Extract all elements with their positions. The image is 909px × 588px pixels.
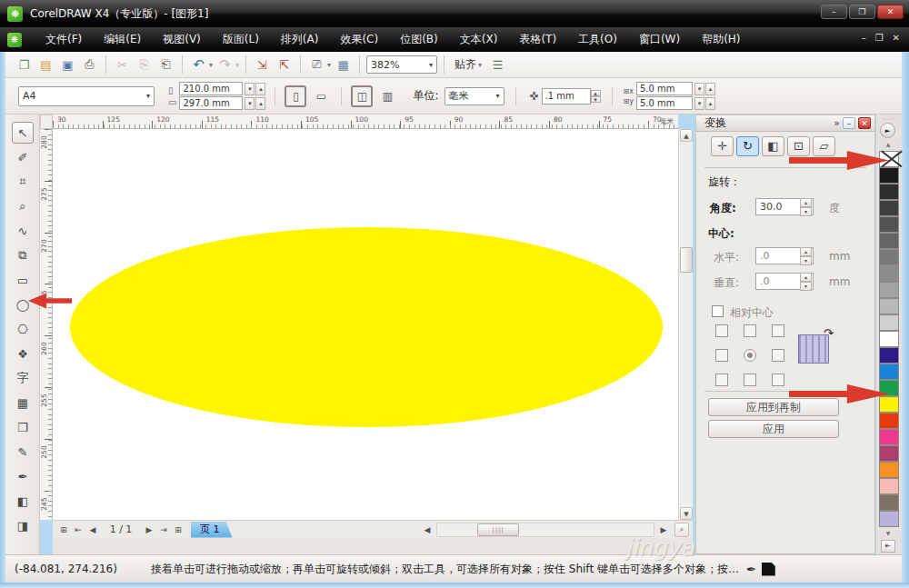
color-swatch-orange[interactable]: [879, 462, 899, 478]
redo-dropdown-icon[interactable]: ▾: [235, 61, 239, 69]
doc-minimize-button[interactable]: –: [862, 33, 866, 43]
outline-pen-tool-icon[interactable]: ✒: [12, 465, 34, 487]
vertical-spin-up[interactable]: ▴: [800, 273, 812, 282]
paper-height-field[interactable]: 297.0 mm: [179, 96, 243, 110]
menu-item-layout[interactable]: 版面(L): [212, 27, 270, 52]
anchor-checkbox[interactable]: [715, 374, 728, 386]
color-swatch-gray-50[interactable]: [879, 249, 899, 265]
color-swatch-gray-60[interactable]: [879, 233, 899, 249]
color-swatch-orange-red[interactable]: [879, 413, 899, 429]
paper-height-spin-down[interactable]: ▾: [245, 97, 255, 110]
blend-tool-icon[interactable]: ❒: [12, 416, 34, 438]
color-swatch-white[interactable]: [879, 331, 899, 347]
color-swatch-gray-30[interactable]: [879, 282, 899, 298]
add-page-icon[interactable]: ⊞: [171, 523, 185, 537]
import-icon[interactable]: ⇲: [253, 55, 272, 75]
ellipse-tool-icon[interactable]: ◯: [12, 294, 34, 315]
color-swatch-black[interactable]: [879, 167, 899, 184]
menu-item-effects[interactable]: 效果(C): [329, 27, 389, 52]
options-icon[interactable]: ☰: [488, 55, 507, 75]
next-page-icon[interactable]: ▶: [142, 523, 156, 537]
horizontal-scrollbar[interactable]: ||||: [436, 523, 654, 537]
palette-drag-handle[interactable]: ⋯⋯: [882, 115, 896, 123]
apply-button[interactable]: 应用: [708, 420, 839, 438]
anchor-center-radio[interactable]: [744, 349, 756, 362]
export-icon[interactable]: ⇱: [275, 55, 294, 75]
transform-rotate-button[interactable]: ↻: [736, 136, 759, 156]
outline-pen-status-icon[interactable]: ✒: [746, 563, 756, 576]
paper-width-spin-down[interactable]: ▾: [245, 83, 255, 95]
rectangle-tool-icon[interactable]: ▭: [12, 269, 34, 291]
new-document-icon[interactable]: ❐: [15, 55, 34, 75]
vertical-scroll-thumb[interactable]: [680, 247, 693, 273]
apply-to-duplicate-button[interactable]: 应用到再制: [708, 398, 839, 416]
paper-width-field[interactable]: 210.0 mm: [179, 82, 243, 95]
previous-page-icon[interactable]: ◀: [85, 523, 100, 537]
vertical-spinner[interactable]: ▴ ▾: [800, 273, 812, 290]
menu-item-window[interactable]: 窗口(W): [628, 27, 691, 52]
undo-icon[interactable]: ↶: [189, 55, 208, 75]
paper-height-spin-up[interactable]: ▴: [255, 97, 265, 110]
transform-skew-button[interactable]: ▱: [813, 136, 835, 156]
drawing-canvas[interactable]: [53, 129, 678, 520]
scroll-left-button[interactable]: ◀: [420, 523, 435, 537]
redo-icon[interactable]: ↷: [215, 55, 235, 75]
color-swatch-blue[interactable]: [879, 364, 899, 380]
vertical-spin-down[interactable]: ▾: [800, 282, 812, 291]
scroll-up-button[interactable]: ▲: [680, 129, 693, 142]
anchor-checkbox[interactable]: [744, 374, 756, 386]
paper-width-spin-up[interactable]: ▴: [255, 83, 265, 95]
menu-item-table[interactable]: 表格(T): [508, 27, 567, 52]
print-icon[interactable]: ⎙: [80, 55, 99, 75]
smart-fill-tool-icon[interactable]: ⧉: [12, 244, 34, 266]
basic-shapes-tool-icon[interactable]: ❖: [12, 343, 34, 364]
transform-size-button[interactable]: ⊡: [787, 136, 810, 156]
menu-item-view[interactable]: 视图(V): [152, 27, 212, 52]
nudge-spin-up[interactable]: ▴: [591, 90, 601, 96]
color-swatch-gray-70[interactable]: [879, 216, 899, 233]
color-swatch-yellow[interactable]: [879, 396, 899, 413]
portrait-button[interactable]: ▯: [285, 85, 306, 107]
anchor-checkbox[interactable]: [772, 374, 784, 386]
first-page-icon[interactable]: ⇤: [71, 523, 85, 537]
dup-y-spin-down[interactable]: ▾: [694, 97, 704, 110]
color-swatch-gray-80[interactable]: [879, 200, 899, 216]
duplicate-distance-x-field[interactable]: 5.0 mm: [636, 82, 693, 95]
crop-tool-icon[interactable]: ⌗: [12, 171, 34, 193]
anchor-checkbox[interactable]: [772, 324, 784, 337]
vertical-scrollbar[interactable]: ▲ ▼: [678, 129, 693, 520]
fill-color-status-icon[interactable]: [762, 563, 775, 576]
menu-item-tools[interactable]: 工具(O): [567, 27, 628, 52]
snap-to-dropdown[interactable]: 贴齐 ▾: [451, 57, 485, 73]
ruler-origin-button[interactable]: [40, 115, 53, 129]
doc-restore-button[interactable]: ❐: [875, 33, 884, 43]
dup-x-spin-up[interactable]: ▴: [705, 83, 715, 95]
color-swatch-gray-10[interactable]: [879, 314, 899, 331]
duplicate-distance-y-field[interactable]: 5.0 mm: [636, 96, 693, 110]
anchor-checkbox[interactable]: [715, 324, 728, 337]
palette-expand-icon[interactable]: ⇤: [881, 540, 895, 553]
dup-x-spin-down[interactable]: ▾: [694, 83, 704, 95]
restore-button[interactable]: ❐: [849, 5, 875, 19]
color-swatch-gray-20[interactable]: [879, 298, 899, 314]
dup-y-spin-up[interactable]: ▴: [705, 97, 715, 110]
nudge-offset-field[interactable]: .1 mm: [542, 88, 591, 105]
freehand-tool-icon[interactable]: ∿: [12, 220, 34, 242]
launcher-dropdown-icon[interactable]: ▾: [327, 61, 331, 69]
horizontal-spin-down[interactable]: ▾: [800, 256, 812, 265]
anchor-checkbox[interactable]: [715, 349, 728, 362]
color-swatch-gray-40[interactable]: [879, 265, 899, 282]
eyedropper-tool-icon[interactable]: ✎: [12, 441, 34, 463]
palette-scroll-down-icon[interactable]: ▼: [881, 529, 895, 538]
undo-dropdown-icon[interactable]: ▾: [209, 61, 213, 69]
interactive-fill-tool-icon[interactable]: ◨: [12, 514, 34, 536]
color-swatch-lavender[interactable]: [879, 511, 899, 527]
cut-icon[interactable]: ✂: [113, 55, 132, 75]
color-swatch-taupe[interactable]: [879, 494, 899, 511]
zoom-tool-icon[interactable]: ⌕: [12, 195, 34, 217]
menu-item-file[interactable]: 文件(F): [35, 27, 93, 52]
transform-position-button[interactable]: ✛: [711, 136, 734, 156]
horizontal-spinner[interactable]: ▴ ▾: [800, 247, 812, 264]
minimize-button[interactable]: –: [821, 5, 847, 19]
nudge-spin-down[interactable]: ▾: [591, 96, 601, 103]
